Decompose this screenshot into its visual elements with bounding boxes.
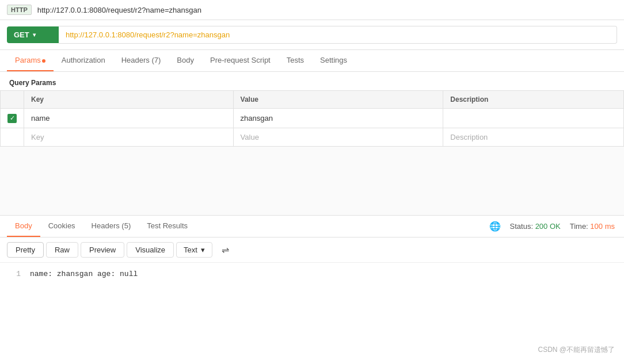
tab-tests[interactable]: Tests [279,50,312,71]
response-tab-testresults[interactable]: Test Results [139,216,196,237]
http-badge: HTTP [7,5,32,15]
format-preview-button[interactable]: Preview [81,242,124,258]
col-description: Description [443,91,624,109]
table-row-empty: Key Value Description [1,128,624,146]
row-checkbox-cell: ✓ [1,109,24,128]
response-body: 1 name: zhansgan age: null [0,263,624,285]
method-dropdown[interactable]: GET ▾ [7,26,59,43]
tab-settings-label: Settings [320,56,347,64]
status-value: 200 OK [535,222,561,231]
url-input[interactable] [59,26,617,44]
tab-params[interactable]: Params [7,50,54,71]
chevron-down-icon: ▾ [33,32,36,38]
response-area: Body Cookies Headers (5) Test Results 🌐 … [0,216,624,285]
query-params-label: Query Params [0,72,624,90]
format-bar: Pretty Raw Preview Visualize Text ▾ ⇌ [0,237,624,263]
response-tab-testresults-label: Test Results [147,221,188,230]
tab-settings[interactable]: Settings [312,50,355,71]
param-value-cell[interactable]: zhansgan [233,109,443,128]
param-key-cell[interactable]: name [24,109,234,128]
param-desc-cell[interactable] [443,109,624,128]
empty-desc-cell[interactable]: Description [443,128,624,146]
request-bar: GET ▾ [0,20,624,50]
response-status: 🌐 Status: 200 OK Time: 100 ms [489,221,617,232]
globe-icon: 🌐 [489,221,501,232]
col-value: Value [233,91,443,109]
response-tab-headers-label: Headers (5) [92,221,131,230]
tab-params-label: Params [15,56,41,64]
tab-body-label: Body [177,56,194,64]
empty-space [0,147,624,216]
response-tab-headers[interactable]: Headers (5) [83,216,139,237]
tab-prerequest-label: Pre-request Script [210,56,271,64]
tab-headers[interactable]: Headers (7) [113,50,169,71]
tab-headers-label: Headers (7) [121,56,161,64]
time-label: Time: 100 ms [570,222,615,231]
empty-key-cell[interactable]: Key [24,128,234,146]
method-label: GET [14,30,29,39]
line-content: name: zhansgan age: null [30,270,138,278]
checkbox-checked[interactable]: ✓ [7,114,17,123]
tab-prerequest[interactable]: Pre-request Script [202,50,279,71]
response-tab-cookies[interactable]: Cookies [40,216,83,237]
format-pretty-button[interactable]: Pretty [7,242,44,258]
word-wrap-icon[interactable]: ⇌ [219,242,231,258]
params-dot [42,59,45,63]
format-raw-button[interactable]: Raw [46,242,78,258]
response-tab-body[interactable]: Body [7,216,40,237]
empty-value-cell[interactable]: Value [233,128,443,146]
table-row: ✓ name zhansgan [1,109,624,128]
params-table: Key Value Description ✓ name zhansgan Ke… [0,90,624,147]
response-tab-body-label: Body [15,221,32,230]
tab-authorization[interactable]: Authorization [54,50,113,71]
line-number: 1 [9,270,21,278]
chevron-down-icon: ▾ [201,246,205,254]
top-url: http://127.0.0.1:8080/request/r2?name=zh… [37,6,201,14]
time-value: 100 ms [590,222,615,231]
tab-body[interactable]: Body [169,50,202,71]
tab-authorization-label: Authorization [62,56,105,64]
col-key: Key [24,91,234,109]
format-type-dropdown[interactable]: Text ▾ [176,242,212,258]
response-tabs: Body Cookies Headers (5) Test Results 🌐 … [0,216,624,237]
col-check [1,91,24,109]
top-bar: HTTP http://127.0.0.1:8080/request/r2?na… [0,0,624,20]
tab-tests-label: Tests [287,56,304,64]
request-tabs: Params Authorization Headers (7) Body Pr… [0,50,624,72]
status-label: Status: 200 OK [510,222,561,231]
format-type-label: Text [184,246,197,254]
response-tab-cookies-label: Cookies [48,221,75,230]
empty-check-cell [1,128,24,146]
format-visualize-button[interactable]: Visualize [127,242,174,258]
